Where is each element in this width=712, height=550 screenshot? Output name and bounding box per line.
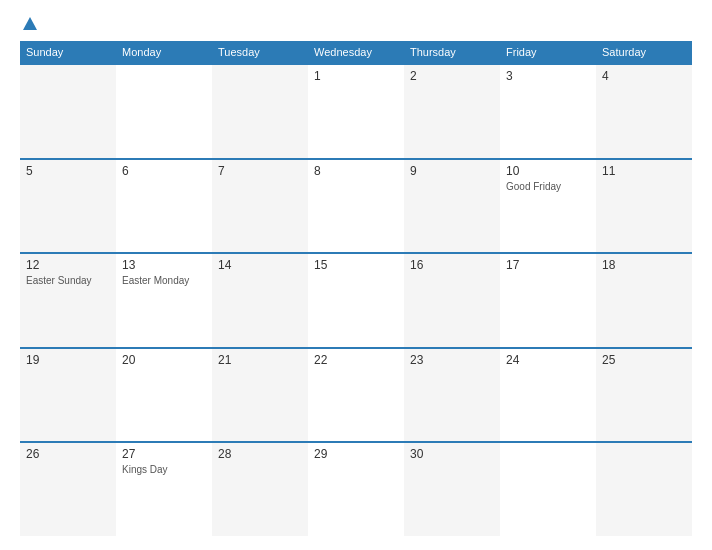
week-row-5: 2627Kings Day282930 [20, 441, 692, 536]
day-cell: 7 [212, 160, 308, 253]
day-number: 9 [410, 164, 494, 178]
week-row-1: 1234 [20, 63, 692, 158]
day-cell: 3 [500, 65, 596, 158]
header-tuesday: Tuesday [212, 41, 308, 63]
header-wednesday: Wednesday [308, 41, 404, 63]
header-thursday: Thursday [404, 41, 500, 63]
weeks-container: 12345678910Good Friday1112Easter Sunday1… [20, 63, 692, 536]
day-cell: 26 [20, 443, 116, 536]
day-number: 14 [218, 258, 302, 272]
day-number: 13 [122, 258, 206, 272]
header-saturday: Saturday [596, 41, 692, 63]
day-number: 15 [314, 258, 398, 272]
day-number: 1 [314, 69, 398, 83]
day-number: 26 [26, 447, 110, 461]
day-cell: 16 [404, 254, 500, 347]
day-number: 20 [122, 353, 206, 367]
day-cell: 20 [116, 349, 212, 442]
header-friday: Friday [500, 41, 596, 63]
day-cell: 15 [308, 254, 404, 347]
calendar-grid: Sunday Monday Tuesday Wednesday Thursday… [20, 41, 692, 536]
header [20, 18, 692, 31]
day-number: 21 [218, 353, 302, 367]
holiday-label: Good Friday [506, 180, 590, 193]
day-number: 16 [410, 258, 494, 272]
day-cell [20, 65, 116, 158]
day-number: 4 [602, 69, 686, 83]
logo-triangle-icon [23, 17, 37, 30]
day-number: 6 [122, 164, 206, 178]
day-cell: 22 [308, 349, 404, 442]
logo [20, 18, 37, 31]
day-number: 30 [410, 447, 494, 461]
calendar-page: Sunday Monday Tuesday Wednesday Thursday… [0, 0, 712, 550]
day-cell: 30 [404, 443, 500, 536]
day-number: 22 [314, 353, 398, 367]
day-cell: 10Good Friday [500, 160, 596, 253]
day-cell [116, 65, 212, 158]
day-number: 8 [314, 164, 398, 178]
day-number: 2 [410, 69, 494, 83]
day-cell: 6 [116, 160, 212, 253]
day-number: 17 [506, 258, 590, 272]
day-number: 7 [218, 164, 302, 178]
day-number: 5 [26, 164, 110, 178]
day-cell: 11 [596, 160, 692, 253]
day-number: 27 [122, 447, 206, 461]
day-cell: 12Easter Sunday [20, 254, 116, 347]
day-number: 10 [506, 164, 590, 178]
day-cell: 27Kings Day [116, 443, 212, 536]
day-number: 12 [26, 258, 110, 272]
holiday-label: Easter Sunday [26, 274, 110, 287]
day-number: 29 [314, 447, 398, 461]
day-number: 11 [602, 164, 686, 178]
holiday-label: Easter Monday [122, 274, 206, 287]
day-number: 19 [26, 353, 110, 367]
day-cell: 18 [596, 254, 692, 347]
day-cell: 28 [212, 443, 308, 536]
day-cell: 5 [20, 160, 116, 253]
day-cell: 4 [596, 65, 692, 158]
day-cell: 25 [596, 349, 692, 442]
day-cell: 19 [20, 349, 116, 442]
day-number: 25 [602, 353, 686, 367]
day-cell: 24 [500, 349, 596, 442]
day-cell [500, 443, 596, 536]
day-number: 23 [410, 353, 494, 367]
day-cell: 17 [500, 254, 596, 347]
day-cell: 21 [212, 349, 308, 442]
day-cell: 8 [308, 160, 404, 253]
day-cell: 14 [212, 254, 308, 347]
day-number: 28 [218, 447, 302, 461]
day-number: 24 [506, 353, 590, 367]
day-headers-row: Sunday Monday Tuesday Wednesday Thursday… [20, 41, 692, 63]
day-cell: 13Easter Monday [116, 254, 212, 347]
logo-blue-text [20, 18, 37, 31]
day-cell: 9 [404, 160, 500, 253]
day-cell: 23 [404, 349, 500, 442]
day-cell [596, 443, 692, 536]
day-number: 3 [506, 69, 590, 83]
day-cell: 1 [308, 65, 404, 158]
week-row-4: 19202122232425 [20, 347, 692, 442]
day-cell [212, 65, 308, 158]
holiday-label: Kings Day [122, 463, 206, 476]
day-number: 18 [602, 258, 686, 272]
week-row-2: 5678910Good Friday11 [20, 158, 692, 253]
header-sunday: Sunday [20, 41, 116, 63]
day-cell: 29 [308, 443, 404, 536]
day-cell: 2 [404, 65, 500, 158]
header-monday: Monday [116, 41, 212, 63]
week-row-3: 12Easter Sunday13Easter Monday1415161718 [20, 252, 692, 347]
